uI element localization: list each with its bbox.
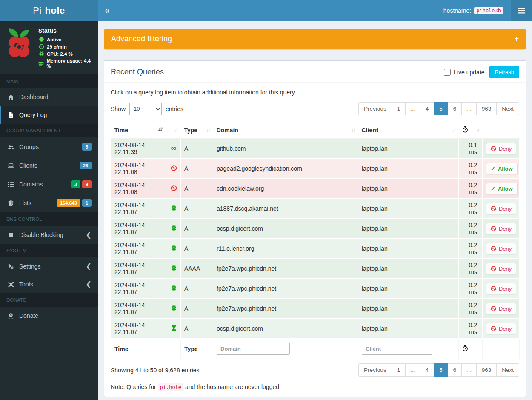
sort-desc-icon[interactable]: [157, 127, 163, 134]
cell-client: laptop.lan: [358, 219, 459, 239]
sidebar-item-label: Dashboard: [19, 94, 49, 100]
deny-button[interactable]: Deny: [486, 243, 516, 254]
sidebar-collapse-icon[interactable]: «: [98, 5, 116, 17]
query-row[interactable]: 2024-08-14 22:11:39∞Agithub.comlaptop.la…: [111, 139, 520, 159]
client-filter-input[interactable]: [362, 343, 432, 355]
sort-icon[interactable]: ↓↑: [352, 127, 355, 133]
page-ellipsis: …: [405, 102, 420, 115]
ban-icon: [491, 226, 496, 231]
footer-label-time: Time: [111, 339, 166, 359]
sidebar-item-tools[interactable]: Tools❮: [0, 275, 98, 293]
column-header-time[interactable]: Time: [111, 122, 166, 139]
query-row[interactable]: 2024-08-14 22:11:07Aocsp.digicert.comlap…: [111, 319, 520, 339]
sidebar-item-clients[interactable]: Clients26: [0, 156, 98, 175]
cell-time: 2024-08-14 22:11:07: [111, 219, 166, 239]
page-button-next[interactable]: Next: [496, 102, 519, 115]
refresh-button[interactable]: Refresh: [489, 66, 519, 78]
deny-button[interactable]: Deny: [486, 203, 516, 214]
chevron-left-icon: ❮: [86, 263, 92, 270]
query-row[interactable]: 2024-08-14 22:11:07Aocsp.digicert.comlap…: [111, 219, 520, 239]
deny-button[interactable]: Deny: [486, 143, 516, 154]
sidebar-item-disable-blocking[interactable]: Disable Blocking❮: [0, 226, 98, 244]
page-button-5[interactable]: 5: [434, 102, 448, 115]
page-button-previous[interactable]: Previous: [358, 102, 392, 115]
sidebar-item-dashboard[interactable]: Dashboard: [0, 88, 98, 106]
hostname-label: hostname:: [443, 7, 471, 14]
query-table: Time ↓↑ Type↓↑ Domain↓↑ Client↓↑ ↓↑ 2024…: [111, 122, 520, 359]
sort-icon[interactable]: ↓↑: [476, 127, 479, 133]
live-update-toggle[interactable]: Live update: [444, 69, 484, 76]
page-button-1[interactable]: 1: [392, 363, 406, 377]
stopwatch-icon: [462, 126, 468, 134]
query-row[interactable]: 2024-08-14 22:11:07Ar11.o.lencr.orglapto…: [111, 239, 520, 259]
query-row[interactable]: 2024-08-14 22:11:08Apagead2.googlesyndic…: [111, 159, 520, 179]
sidebar-section-header: SYSTEM: [0, 244, 98, 257]
page-button-next[interactable]: Next: [496, 363, 519, 377]
count-badge: 5: [82, 143, 92, 151]
cell-time: 2024-08-14 22:11:07: [111, 239, 166, 259]
brand-logo-bar[interactable]: Pi-hole: [0, 0, 98, 21]
cell-status: [166, 219, 181, 239]
column-header-domain[interactable]: Domain↓↑: [213, 122, 358, 139]
chevron-left-icon: ❮: [86, 231, 92, 238]
chevron-left-icon: ❮: [86, 281, 92, 288]
deny-button[interactable]: Deny: [486, 283, 516, 294]
sidebar-item-groups[interactable]: Groups5: [0, 137, 98, 156]
page-button-4[interactable]: 4: [420, 363, 435, 377]
deny-button[interactable]: Deny: [486, 323, 516, 334]
list-icon: [6, 181, 15, 188]
recent-queries-panel: Recent Queries Live update Refresh Click…: [104, 60, 526, 397]
query-row[interactable]: 2024-08-14 22:11:08Acdn.cookielaw.orglap…: [111, 179, 520, 199]
sidebar-item-query-log[interactable]: Query Log: [0, 106, 98, 124]
column-header-client[interactable]: Client↓↑: [358, 122, 459, 139]
sidebar-menu: MAINDashboardQuery LogGROUP MANAGEMENTGr…: [0, 74, 98, 325]
status-line: 29 q/min: [38, 44, 94, 49]
sort-icon[interactable]: ↓↑: [174, 127, 177, 133]
page-button-963[interactable]: 963: [476, 102, 497, 115]
cell-domain: pagead2.googlesyndication.com: [213, 159, 358, 179]
ban-icon: [491, 326, 496, 331]
query-row[interactable]: 2024-08-14 22:11:07Aa1887.dscq.akamai.ne…: [111, 199, 520, 219]
query-row[interactable]: 2024-08-14 22:11:07Afp2e7a.wpc.phicdn.ne…: [111, 299, 520, 319]
sidebar-item-donate[interactable]: $Donate: [0, 307, 98, 325]
domain-filter-input[interactable]: [217, 343, 290, 355]
microchip-icon: [38, 51, 44, 57]
live-update-checkbox[interactable]: [444, 69, 451, 76]
column-header-status[interactable]: ↓↑: [166, 122, 181, 139]
status-line: CPU: 2.4 %: [38, 51, 94, 57]
sidebar-item-lists[interactable]: Lists164.6431: [0, 194, 98, 212]
deny-button[interactable]: Deny: [486, 223, 516, 234]
query-row[interactable]: 2024-08-14 22:11:07Afp2e7a.wpc.phicdn.ne…: [111, 279, 520, 299]
users-icon: [6, 144, 15, 150]
cell-status: [166, 159, 181, 179]
allow-button[interactable]: ✓Allow: [486, 163, 518, 174]
page-button-4[interactable]: 4: [420, 102, 435, 115]
deny-button[interactable]: Deny: [486, 303, 516, 314]
sort-icon[interactable]: ↓↑: [452, 127, 455, 133]
sidebar-item-domains[interactable]: Domains39: [0, 175, 98, 194]
page-button-5[interactable]: 5: [434, 363, 448, 377]
cell-client: laptop.lan: [358, 159, 459, 179]
cell-type: A: [181, 159, 213, 179]
cell-type: A: [181, 279, 213, 299]
sort-icon[interactable]: ↓↑: [206, 127, 210, 133]
page-button-previous[interactable]: Previous: [358, 363, 392, 377]
query-row[interactable]: 2024-08-14 22:11:07AAAAfp2e7a.wpc.phicdn…: [111, 259, 520, 279]
allow-button[interactable]: ✓Allow: [486, 183, 518, 194]
page-button-6[interactable]: 6: [448, 363, 462, 377]
expand-plus-icon[interactable]: +: [514, 34, 519, 43]
deny-button[interactable]: Deny: [486, 263, 516, 274]
page-size-select[interactable]: 10: [129, 103, 162, 115]
advanced-filtering-box[interactable]: Advanced filtering +: [104, 29, 526, 49]
hamburger-menu-icon[interactable]: [511, 0, 532, 21]
page-button-963[interactable]: 963: [476, 363, 497, 377]
cell-domain: cdn.cookielaw.org: [213, 179, 358, 199]
cell-client: laptop.lan: [358, 319, 459, 339]
page-button-1[interactable]: 1: [392, 102, 406, 115]
sidebar-item-settings[interactable]: Settings❮: [0, 257, 98, 275]
column-header-reply-time[interactable]: ↓↑: [459, 122, 483, 139]
cell-status: [166, 299, 181, 319]
column-header-type[interactable]: Type↓↑: [181, 122, 213, 139]
cell-status: [166, 319, 181, 339]
page-button-6[interactable]: 6: [448, 102, 462, 115]
